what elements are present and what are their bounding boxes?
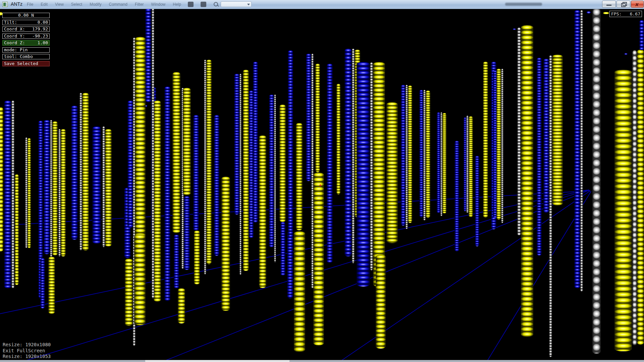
pin-tower-yellow[interactable] xyxy=(259,135,266,288)
pin-tower-yellow[interactable] xyxy=(386,102,398,243)
hud-row-tilt[interactable]: Tilt:0.00 xyxy=(2,20,50,25)
pin-tower-blue[interactable] xyxy=(193,115,199,231)
pin-tower-blue[interactable] xyxy=(253,62,258,223)
toolbar-gear-icon[interactable] xyxy=(201,2,206,7)
pin-tower-yellow[interactable] xyxy=(496,69,501,220)
pin-tower-yellow[interactable] xyxy=(15,174,19,285)
pin-tower-yellow[interactable] xyxy=(315,64,320,172)
pin-tower-yellow[interactable] xyxy=(48,257,55,314)
pin-tower-blue[interactable] xyxy=(164,86,170,301)
pin-tower-sphere-rod[interactable] xyxy=(592,8,601,354)
pin-tower-rod[interactable] xyxy=(501,69,503,223)
pin-tower-blue[interactable] xyxy=(249,90,254,238)
pin-tower-yellow[interactable] xyxy=(154,101,161,302)
pin-tower-blue[interactable] xyxy=(214,115,219,256)
pin-tower-blue[interactable] xyxy=(287,231,293,298)
pin-tower-rod[interactable] xyxy=(549,55,552,357)
pin-tower-rod[interactable] xyxy=(517,27,521,235)
pin-tower-yellow[interactable] xyxy=(134,235,146,325)
titlebar[interactable]: ANTz FileEditViewSelectModifyCommandFilt… xyxy=(0,0,644,9)
pin-tower-blue[interactable] xyxy=(280,222,285,276)
pin-tower-rod[interactable] xyxy=(11,101,14,288)
pin-tower-blue[interactable] xyxy=(306,54,311,181)
pin-tower-rod[interactable] xyxy=(102,126,105,247)
pin-tower-blue[interactable] xyxy=(127,101,133,228)
pin-tower-blue[interactable] xyxy=(585,9,592,351)
pin-tower-rod[interactable] xyxy=(370,62,373,270)
pin-tower-yellow[interactable] xyxy=(336,84,340,194)
pin-tower-rod[interactable] xyxy=(466,116,469,213)
pin-tower-blue[interactable] xyxy=(184,196,190,270)
menu-item-view[interactable]: View xyxy=(55,2,64,7)
menu-item-select[interactable]: Select xyxy=(71,2,82,7)
pin-tower-blue[interactable] xyxy=(574,10,580,288)
hud-row-save-selected[interactable]: Save Selected xyxy=(2,61,50,66)
pin-tower-blue[interactable] xyxy=(44,120,50,254)
hud-row-tool-combo[interactable]: tool: Combo xyxy=(2,54,50,59)
pin-tower-blue[interactable] xyxy=(357,62,370,287)
pin-tower-yellow[interactable] xyxy=(82,93,89,250)
pin-tower-rod[interactable] xyxy=(204,60,206,274)
menu-item-file[interactable]: File xyxy=(27,2,33,7)
viewport-3d[interactable] xyxy=(0,0,644,362)
pin-tower-yellow[interactable] xyxy=(125,259,133,326)
pin-tower-blue[interactable] xyxy=(537,58,542,255)
pin-tower-yellow[interactable] xyxy=(373,62,385,287)
pin-tower-blue[interactable] xyxy=(71,106,78,240)
pin-tower-yellow[interactable] xyxy=(469,116,473,217)
toolbar-grid-icon[interactable] xyxy=(188,2,194,7)
pin-tower-yellow[interactable] xyxy=(637,50,644,345)
pin-tower-rod[interactable] xyxy=(58,129,61,256)
hud-row-coord-z[interactable]: Coord Z:1.00 xyxy=(2,40,50,46)
pin-tower-yellow[interactable] xyxy=(442,113,446,214)
restore-button[interactable] xyxy=(616,1,630,8)
pin-tower-blue[interactable] xyxy=(4,101,11,288)
pin-tower-yellow[interactable] xyxy=(408,85,412,223)
pin-tower-blue[interactable] xyxy=(401,85,406,226)
menu-item-window[interactable]: Window xyxy=(151,2,166,7)
pin-tower-blue[interactable] xyxy=(454,141,459,251)
pin-tower-blue[interactable] xyxy=(288,50,293,238)
close-button[interactable]: x xyxy=(631,1,644,8)
menu-item-command[interactable]: Command xyxy=(109,2,127,7)
hud-row-mode-pin[interactable]: mode: Pin xyxy=(2,47,50,53)
pin-tower-yellow[interactable] xyxy=(105,129,112,246)
pin-tower-yellow[interactable] xyxy=(376,255,386,349)
pin-tower-blue[interactable] xyxy=(269,95,274,247)
pin-tower-blue[interactable] xyxy=(174,235,179,288)
pin-tower-blue[interactable] xyxy=(475,156,479,246)
pin-tower-blue[interactable] xyxy=(623,52,629,89)
menu-item-help[interactable]: Help xyxy=(173,2,181,7)
pin-tower-yellow[interactable] xyxy=(172,72,180,233)
pin-tower-yellow[interactable] xyxy=(243,70,249,271)
menu-item-edit[interactable]: Edit xyxy=(41,2,48,7)
pin-tower-blue[interactable] xyxy=(512,27,517,215)
pin-tower-rod[interactable] xyxy=(274,95,276,262)
pin-tower-yellow[interactable] xyxy=(552,55,563,205)
pin-tower-blue[interactable] xyxy=(40,258,45,308)
hud-row-coord-x[interactable]: Coord X:179.92 xyxy=(2,26,50,32)
menu-item-filter[interactable]: Filter xyxy=(135,2,144,7)
pin-tower-yellow[interactable] xyxy=(183,88,191,195)
pin-tower-rod[interactable] xyxy=(50,120,52,257)
pin-tower-yellow[interactable] xyxy=(614,70,632,351)
pin-tower-yellow[interactable] xyxy=(61,129,66,256)
search-icon[interactable] xyxy=(213,2,219,7)
zoom-combobox[interactable] xyxy=(221,1,252,7)
pin-tower-blue[interactable] xyxy=(234,74,239,215)
pin-tower-blue[interactable] xyxy=(543,59,549,213)
pin-tower-blue[interactable] xyxy=(437,112,440,213)
pin-tower-rod[interactable] xyxy=(423,90,426,221)
pin-tower-yellow[interactable] xyxy=(279,105,286,222)
pin-tower-yellow[interactable] xyxy=(296,123,303,230)
pin-tower-yellow[interactable] xyxy=(0,107,3,251)
pin-tower-blue[interactable] xyxy=(344,49,352,256)
pin-tower-yellow[interactable] xyxy=(52,121,58,255)
pin-tower-yellow[interactable] xyxy=(313,173,324,345)
pin-tower-yellow[interactable] xyxy=(135,37,146,265)
pin-tower-yellow[interactable] xyxy=(206,60,212,264)
pin-tower-yellow[interactable] xyxy=(221,177,230,311)
pin-tower-rod[interactable] xyxy=(152,8,154,298)
pin-tower-rod[interactable] xyxy=(406,85,408,229)
pin-tower-rod[interactable] xyxy=(79,93,82,250)
